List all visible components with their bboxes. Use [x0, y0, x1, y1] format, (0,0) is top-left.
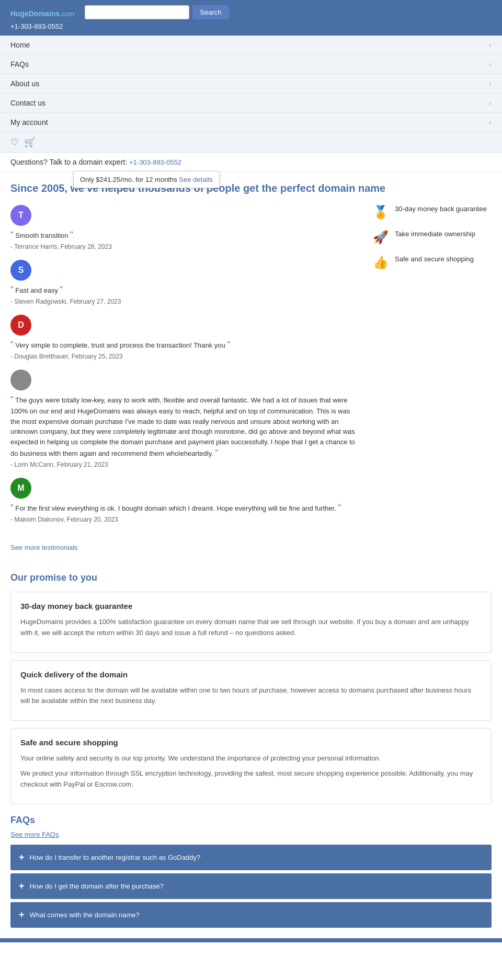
promise-card-title: Quick delivery of the domain: [20, 670, 482, 679]
testimonial-author: - Douglas Bretthauer, February 25, 2023: [10, 353, 361, 360]
medal-icon: 🏅: [371, 205, 390, 220]
feature-ownership: 🚀 Take immediate ownership: [371, 230, 492, 245]
logo-suffix: .com: [60, 10, 74, 18]
promise-card-text: HugeDomains provides a 100% satisfaction…: [20, 617, 482, 639]
feature-text: Take immediate ownership: [395, 230, 475, 238]
promise-card-title: Safe and secure shopping: [20, 738, 482, 747]
promise-card-text-2: We protect your information through SSL …: [20, 768, 482, 790]
thumbsup-icon: 👍: [371, 255, 390, 270]
nav-item-about[interactable]: About us›: [0, 74, 502, 94]
testimonial-quote: " Smooth transition ": [10, 229, 361, 241]
faq-title: FAQs: [10, 815, 492, 826]
testimonial-item: M " For the first view everything is ok.…: [10, 478, 361, 523]
testimonial-author: - Steven Radgowski, February 27, 2023: [10, 298, 361, 305]
nav-item-home[interactable]: Home›: [0, 36, 502, 55]
avatar: [10, 370, 31, 390]
testimonial-quote: " The guys were totally low-key, easy to…: [10, 394, 361, 459]
see-more-faqs-link[interactable]: See more FAQs: [10, 831, 59, 838]
header-phone: +1-303-893-0552: [10, 22, 492, 30]
testimonial-quote: " Very simple to complete, trust and pro…: [10, 339, 361, 351]
faq-question: What comes with the domain name?: [30, 911, 140, 919]
faq-question: How do I transfer to another registrar s…: [30, 854, 201, 861]
search-button[interactable]: Search: [192, 5, 229, 19]
navigation: Home› FAQs› About us› Contact us› My acc…: [0, 36, 502, 153]
promise-card-delivery: Quick delivery of the domain In most cas…: [10, 660, 492, 721]
nav-item-account[interactable]: My account›: [0, 113, 502, 132]
nav-item-faqs[interactable]: FAQs›: [0, 55, 502, 74]
see-more-testimonials-link[interactable]: See more testimonials: [10, 544, 78, 551]
questions-text: Questions? Talk to a domain expert:: [10, 158, 127, 166]
cart-icon[interactable]: 🛒: [24, 136, 36, 148]
faq-section: FAQs See more FAQs + How do I transfer t…: [10, 815, 492, 928]
rocket-icon: 🚀: [371, 230, 390, 245]
questions-phone[interactable]: +1-303-893-0552: [129, 158, 181, 166]
search-form: Search: [85, 5, 229, 19]
promise-card-title: 30-day money back guarantee: [20, 602, 482, 610]
testimonial-author: - Maksim Diakonov, February 20, 2023: [10, 516, 361, 523]
testimonial-item: T " Smooth transition " - Terrance Harri…: [10, 205, 361, 250]
main-content: Since 2005, we've helped thousands of pe…: [0, 172, 502, 928]
testimonial-quote: " Fast and easy ": [10, 284, 361, 296]
search-input[interactable]: [85, 5, 189, 19]
testimonial-author: - Terrance Harris, February 28, 2023: [10, 243, 361, 250]
faq-item-1[interactable]: + How do I get the domain after the purc…: [10, 873, 492, 899]
content-grid: T " Smooth transition " - Terrance Harri…: [10, 205, 492, 533]
avatar: S: [10, 260, 31, 281]
avatar: T: [10, 205, 31, 226]
questions-bar: Questions? Talk to a domain expert: +1-3…: [0, 153, 502, 172]
testimonial-item: " The guys were totally low-key, easy to…: [10, 370, 361, 468]
wishlist-icon[interactable]: ♡: [10, 136, 19, 148]
bottom-bar: [0, 938, 502, 942]
testimonial-item: S " Fast and easy " - Steven Radgowski, …: [10, 260, 361, 305]
faq-item-0[interactable]: + How do I transfer to another registrar…: [10, 845, 492, 870]
promise-card-text-1: Your online safety and security is our t…: [20, 753, 482, 764]
testimonials-column: T " Smooth transition " - Terrance Harri…: [10, 205, 361, 533]
nav-icon-bar: ♡ 🛒: [0, 132, 502, 152]
promise-section: Our promise to you 30-day money back gua…: [10, 572, 492, 804]
tooltip-text: Only $241.25/mo. for 12 months: [80, 176, 177, 183]
feature-secure: 👍 Safe and secure shopping: [371, 255, 492, 270]
nav-item-contact[interactable]: Contact us›: [0, 94, 502, 113]
features-column: 🏅 30-day money back guarantee 🚀 Take imm…: [371, 205, 492, 533]
testimonial-item: D " Very simple to complete, trust and p…: [10, 315, 361, 360]
faq-item-2[interactable]: + What comes with the domain name?: [10, 902, 492, 928]
faq-plus-icon: +: [19, 909, 25, 920]
feature-text: Safe and secure shopping: [395, 255, 474, 263]
promise-card-money-back: 30-day money back guarantee HugeDomains …: [10, 592, 492, 653]
logo-text: HugeDomains: [10, 9, 60, 18]
feature-money-back: 🏅 30-day money back guarantee: [371, 205, 492, 220]
tooltip-link[interactable]: See details: [179, 176, 212, 183]
faq-plus-icon: +: [19, 881, 25, 892]
faq-question: How do I get the domain after the purcha…: [30, 882, 164, 890]
promise-title: Our promise to you: [10, 572, 492, 583]
site-logo: HugeDomains.com: [10, 6, 74, 19]
avatar: M: [10, 478, 31, 499]
price-tooltip: Only $241.25/mo. for 12 months See detai…: [73, 171, 220, 188]
testimonial-quote: " For the first view everything is ok. I…: [10, 502, 361, 514]
avatar: D: [10, 315, 31, 336]
site-header: HugeDomains.com Search +1-303-893-0552: [0, 0, 502, 36]
promise-card-text: In most cases access to the domain will …: [20, 685, 482, 707]
faq-plus-icon: +: [19, 852, 25, 863]
testimonial-author: - Lorin McCann, February 21, 2023: [10, 461, 361, 468]
promise-card-secure: Safe and secure shopping Your online saf…: [10, 728, 492, 804]
feature-text: 30-day money back guarantee: [395, 205, 487, 213]
